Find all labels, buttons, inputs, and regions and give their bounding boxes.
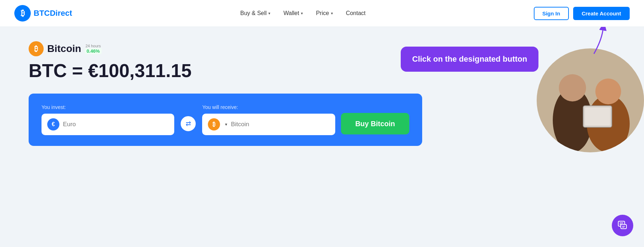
- invest-input[interactable]: [63, 121, 169, 128]
- main-nav: Buy & Sell ▾ Wallet ▾ Price ▾ Contact: [240, 10, 366, 16]
- invest-label: You invest:: [42, 104, 174, 110]
- create-account-button[interactable]: Create Account: [573, 7, 630, 20]
- change-percent: 0.46%: [85, 48, 102, 54]
- bitcoin-icon: ₿: [29, 41, 44, 56]
- bitcoin-receive-icon: ₿: [208, 118, 220, 130]
- receive-column: You will receive: ₿ ▾: [202, 104, 335, 135]
- svg-rect-14: [621, 224, 626, 229]
- coin-name: Bitcoin: [47, 43, 81, 54]
- svg-point-3: [553, 88, 592, 152]
- svg-rect-8: [585, 108, 610, 125]
- nav-contact[interactable]: Contact: [346, 10, 366, 16]
- nav-wallet[interactable]: Wallet ▾: [283, 10, 303, 16]
- main-content: ₿ Bitcoin 24 hours 0.46% BTC = €100,311.…: [0, 27, 644, 247]
- logo-text: BTCDirect: [34, 9, 72, 18]
- chevron-down-icon: ▾: [268, 11, 270, 16]
- dropdown-icon[interactable]: ▾: [225, 122, 227, 127]
- trade-box: You invest: € ⇄ You will receive: ₿ ▾ Bu…: [29, 94, 422, 146]
- euro-icon: €: [47, 118, 59, 130]
- callout-bubble: Click on the designated button: [401, 47, 538, 72]
- nav-actions: Sign In Create Account: [534, 7, 630, 20]
- trade-row: You invest: € ⇄ You will receive: ₿ ▾ Bu…: [42, 104, 409, 135]
- invest-input-wrap: €: [42, 114, 174, 135]
- chevron-down-icon: ▾: [301, 11, 303, 16]
- receive-input[interactable]: [231, 121, 329, 128]
- buy-bitcoin-button[interactable]: Buy Bitcoin: [341, 113, 409, 134]
- receive-label: You will receive:: [202, 104, 335, 110]
- nav-buy-sell[interactable]: Buy & Sell ▾: [240, 10, 271, 16]
- chat-widget[interactable]: [612, 215, 633, 236]
- btc-logo-icon: ₿: [14, 5, 31, 22]
- chevron-down-icon: ▾: [331, 11, 333, 16]
- invest-column: You invest: €: [42, 104, 174, 135]
- swap-button[interactable]: ⇄: [180, 115, 196, 132]
- svg-point-5: [587, 95, 630, 152]
- hours-label: 24 hours: [86, 44, 101, 48]
- header: ₿ BTCDirect Buy & Sell ▾ Wallet ▾ Price …: [0, 0, 644, 27]
- svg-text:₿: ₿: [21, 9, 25, 18]
- sign-in-button[interactable]: Sign In: [534, 7, 569, 20]
- receive-input-wrap: ₿ ▾: [202, 114, 335, 135]
- nav-price[interactable]: Price ▾: [316, 10, 333, 16]
- svg-rect-7: [583, 106, 612, 127]
- logo[interactable]: ₿ BTCDirect: [14, 5, 72, 22]
- price-change-badge: 24 hours 0.46%: [85, 44, 102, 54]
- callout-text: Click on the designated button: [412, 54, 527, 63]
- chat-icon: [617, 220, 628, 231]
- svg-point-6: [595, 79, 621, 104]
